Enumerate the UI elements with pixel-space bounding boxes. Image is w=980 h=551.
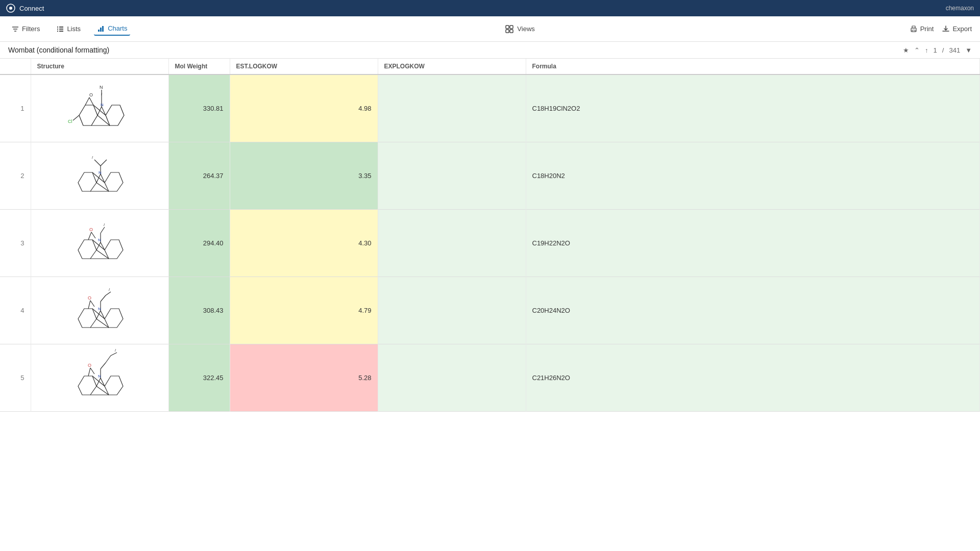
views-button[interactable]: Views <box>505 24 534 34</box>
svg-rect-7 <box>57 29 58 30</box>
page-title: Wombat (conditional formatting) <box>8 46 109 54</box>
collapse-icon[interactable]: ⌃ <box>914 46 920 54</box>
row-id: 4 <box>0 277 31 344</box>
print-icon <box>910 25 918 33</box>
svg-rect-16 <box>506 30 509 33</box>
mol-weight-cell: 264.37 <box>168 142 230 210</box>
est-logkow-cell: 3.35 <box>230 142 378 210</box>
svg-line-85 <box>101 378 105 386</box>
structure-cell: O N / <box>31 344 168 412</box>
col-header-est-logkow[interactable]: EST.LOGKOW <box>230 59 378 74</box>
titlebar-user: chemaxon <box>946 5 974 12</box>
formula-cell: C21H26N2O <box>526 344 980 412</box>
table-header-row: Structure Mol Weight EST.LOGKOW EXPLOGKO… <box>0 59 980 74</box>
formula-cell: C18H19ClN2O2 <box>526 74 980 142</box>
row-id: 3 <box>0 210 31 277</box>
mol-weight-cell: 308.43 <box>168 277 230 344</box>
svg-rect-8 <box>59 29 63 30</box>
formula-cell: C19H22N2O <box>526 210 980 277</box>
svg-rect-17 <box>510 30 513 33</box>
svg-line-87 <box>90 368 94 374</box>
toolbar-left: Filters Lists Charts <box>8 22 130 36</box>
svg-line-74 <box>101 295 106 302</box>
svg-line-75 <box>106 292 111 295</box>
svg-marker-39 <box>105 172 123 191</box>
table-row: 4 O N / 308.434.79C20H24N2O <box>0 277 980 344</box>
svg-line-91 <box>111 353 117 356</box>
svg-rect-11 <box>98 30 100 32</box>
svg-line-47 <box>101 160 107 166</box>
svg-line-86 <box>88 368 90 376</box>
svg-text:N: N <box>98 374 101 379</box>
svg-line-72 <box>90 300 94 307</box>
col-header-cdid[interactable] <box>0 59 31 74</box>
data-table: Structure Mol Weight EST.LOGKOW EXPLOGKO… <box>0 59 980 412</box>
svg-text:/: / <box>101 92 103 96</box>
print-button[interactable]: Print <box>910 25 934 33</box>
table-row: 3 O N / 294.404.30C19H22N2O <box>0 210 980 277</box>
row-id: 1 <box>0 74 31 142</box>
connect-logo-icon <box>6 4 15 13</box>
svg-line-27 <box>102 107 106 115</box>
svg-line-90 <box>106 356 111 363</box>
svg-line-57 <box>88 232 91 240</box>
svg-text:O: O <box>88 295 91 300</box>
titlebar: Connect chemaxon <box>0 0 980 16</box>
col-header-structure[interactable]: Structure <box>31 59 168 74</box>
est-logkow-cell: 4.98 <box>230 74 378 142</box>
exp-logkow-cell <box>378 344 526 412</box>
charts-label: Charts <box>108 24 127 32</box>
up-icon[interactable]: ↑ <box>925 46 928 54</box>
svg-marker-51 <box>105 240 123 259</box>
views-icon <box>505 24 514 34</box>
exp-logkow-cell <box>378 210 526 277</box>
print-label: Print <box>920 25 934 33</box>
mol-weight-cell: 294.40 <box>168 210 230 277</box>
export-button[interactable]: Export <box>942 25 972 33</box>
dropdown-icon[interactable]: ▼ <box>965 46 972 54</box>
svg-marker-22 <box>106 105 124 126</box>
lists-button[interactable]: Lists <box>53 23 84 35</box>
table-row: 5 O N / 322.455.28C21H26N2O <box>0 344 980 412</box>
filters-label: Filters <box>22 25 40 33</box>
col-header-formula[interactable]: Formula <box>526 59 980 74</box>
svg-text:N: N <box>100 85 103 90</box>
current-page: 1 <box>934 46 937 54</box>
exp-logkow-cell <box>378 74 526 142</box>
svg-line-56 <box>101 242 105 250</box>
star-icon[interactable]: ★ <box>903 46 909 54</box>
svg-text:/: / <box>109 287 110 292</box>
lists-icon <box>56 25 64 33</box>
svg-text:O: O <box>89 227 93 232</box>
svg-rect-6 <box>59 27 63 28</box>
svg-rect-12 <box>100 28 102 32</box>
est-logkow-cell: 5.28 <box>230 344 378 412</box>
col-header-exp-logkow[interactable]: EXPLOGKOW <box>378 59 526 74</box>
filters-button[interactable]: Filters <box>8 23 43 35</box>
svg-text:N: N <box>98 307 101 311</box>
mol-weight-cell: 330.81 <box>168 74 230 142</box>
svg-line-43 <box>96 174 101 183</box>
structure-cell: O N / <box>31 277 168 344</box>
svg-rect-5 <box>57 27 58 28</box>
svg-marker-50 <box>78 240 96 259</box>
views-label: Views <box>517 25 534 33</box>
col-header-mol-weight[interactable]: Mol Weight <box>168 59 230 74</box>
svg-line-60 <box>101 227 105 233</box>
svg-text:O: O <box>89 92 93 97</box>
est-logkow-cell: 4.79 <box>230 277 378 344</box>
svg-rect-15 <box>510 26 513 29</box>
page-separator: / <box>942 46 944 54</box>
export-icon <box>942 25 950 33</box>
titlebar-left: Connect <box>6 4 44 13</box>
svg-text:O: O <box>88 363 91 368</box>
formula-cell: C18H20N2 <box>526 142 980 210</box>
charts-icon <box>97 24 105 33</box>
toolbar-right: Print Export <box>910 25 972 33</box>
structure-cell: N / <box>31 142 168 210</box>
structure-cell: O N N Cl / <box>31 74 168 142</box>
svg-point-1 <box>9 7 12 10</box>
charts-button[interactable]: Charts <box>94 22 130 36</box>
svg-rect-14 <box>506 26 509 29</box>
svg-marker-79 <box>78 376 96 395</box>
